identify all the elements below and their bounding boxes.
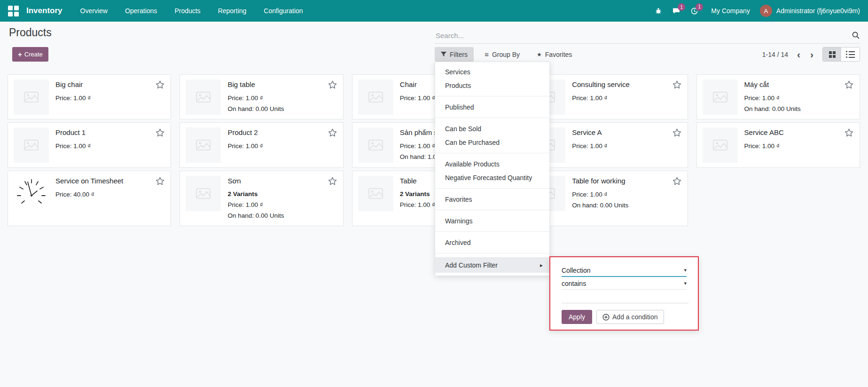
product-name[interactable]: Máy cắt — [744, 80, 801, 89]
product-card[interactable]: Service ABC Price: 1.00 ₫ — [696, 122, 860, 168]
list-view-button[interactable] — [841, 47, 860, 61]
company-switcher[interactable]: My Company — [711, 7, 750, 15]
product-name[interactable]: Service A — [572, 128, 607, 137]
funnel-icon — [441, 52, 446, 57]
product-card-body: Sản phẩm s Price: 1.00 ₫ On hand: 1.0 — [400, 127, 438, 163]
product-onhand: On hand: 1.0 — [400, 151, 438, 162]
favorite-star-icon[interactable] — [844, 128, 854, 137]
favorites-star-icon: ★ — [537, 52, 542, 57]
apply-button[interactable]: Apply — [562, 310, 592, 324]
product-card[interactable]: Big table Price: 1.00 ₫ On hand: 0.00 Un… — [180, 74, 343, 119]
menu-divider — [435, 153, 549, 153]
group-by-button[interactable]: ≡ Group By — [478, 47, 526, 62]
favorite-star-icon[interactable] — [844, 80, 854, 89]
image-placeholder-icon — [358, 127, 393, 163]
favorite-star-icon[interactable] — [328, 128, 337, 137]
top-navbar: Inventory OverviewOperationsProductsRepo… — [0, 0, 868, 22]
avatar[interactable]: A — [760, 5, 772, 17]
product-price: Price: 1.00 ₫ — [227, 93, 284, 103]
nav-menu-overview[interactable]: Overview — [80, 7, 108, 15]
user-menu[interactable]: A Administrator (fj6nyue0vi9m) — [760, 5, 860, 17]
favorite-star-icon[interactable] — [155, 80, 165, 89]
product-name[interactable]: Table for working — [572, 176, 628, 186]
favorite-star-icon[interactable] — [155, 176, 165, 186]
messages-icon[interactable]: 1 — [672, 7, 680, 15]
filter-option-warnings[interactable]: Warnings — [435, 214, 549, 228]
product-name[interactable]: Big chair — [55, 80, 91, 89]
product-name[interactable]: Product 1 — [55, 128, 91, 137]
product-name[interactable]: Service ABC — [744, 128, 784, 137]
product-price: Price: 1.00 ₫ — [572, 141, 607, 151]
filter-value-input[interactable] — [562, 291, 688, 303]
product-card[interactable]: Product 2 Price: 1.00 ₫ — [180, 122, 343, 168]
image-placeholder-icon — [186, 79, 221, 115]
filter-option-available-products[interactable]: Available Products — [435, 157, 549, 171]
product-card-body: Service A Price: 1.00 ₫ — [572, 127, 607, 163]
product-price: Price: 1.00 ₫ — [227, 141, 263, 151]
kanban-view-button[interactable] — [823, 47, 841, 61]
product-name[interactable]: Product 2 — [227, 128, 263, 137]
page-title: Products — [9, 26, 52, 39]
product-card-body: Chair Price: 1.00 ₫ — [400, 79, 435, 114]
search-input[interactable] — [435, 31, 852, 40]
nav-menu-products[interactable]: Products — [174, 7, 200, 15]
product-card[interactable]: Máy cắt Price: 1.00 ₫ On hand: 0.00 Unit… — [696, 74, 860, 119]
filter-option-favorites[interactable]: Favorites — [435, 192, 549, 206]
product-name[interactable]: Sản phẩm s — [400, 128, 438, 137]
filter-option-published[interactable]: Published — [435, 100, 549, 114]
search-icon[interactable] — [852, 31, 860, 39]
submenu-arrow-icon: ▸ — [540, 262, 543, 269]
product-name[interactable]: Service on Timesheet — [55, 176, 123, 186]
favorite-star-icon[interactable] — [672, 176, 682, 186]
product-image — [186, 127, 221, 163]
pager-range: 1-14 / 14 — [762, 51, 788, 58]
product-card[interactable]: Big chair Price: 1.00 ₫ — [8, 74, 171, 119]
product-name[interactable]: Table — [400, 176, 435, 186]
product-image — [703, 127, 738, 163]
filter-option-can-be-purchased[interactable]: Can be Purchased — [435, 135, 549, 149]
image-placeholder-icon — [186, 176, 221, 211]
favorite-star-icon[interactable] — [672, 80, 682, 89]
nav-menu-operations[interactable]: Operations — [125, 7, 157, 15]
pager-prev-icon[interactable]: ‹ — [796, 49, 801, 59]
product-name[interactable]: Consulting service — [572, 80, 630, 89]
filter-option-negative-forecasted-quantity[interactable]: Negative Forecasted Quantity — [435, 171, 549, 184]
product-name[interactable]: Chair — [400, 80, 435, 89]
product-card[interactable]: Product 1 Price: 1.00 ₫ — [8, 122, 171, 168]
product-price: Price: 1.00 ₫ — [400, 199, 435, 210]
debug-bug-icon[interactable] — [655, 7, 662, 15]
favorite-star-icon[interactable] — [328, 176, 337, 186]
filter-operator-select[interactable]: contains ▾ — [562, 277, 687, 290]
product-name[interactable]: Sơn — [227, 176, 284, 186]
filter-option-archived[interactable]: Archived — [435, 236, 549, 249]
product-name[interactable]: Big table — [227, 80, 284, 89]
filter-option-products[interactable]: Products — [435, 79, 549, 92]
product-card[interactable]: Sơn 2 Variants Price: 1.00 ₫ On hand: 0.… — [180, 171, 343, 226]
filter-option-can-be-sold[interactable]: Can be Sold — [435, 122, 549, 135]
apps-menu-icon[interactable] — [8, 6, 19, 16]
create-button[interactable]: + Create — [12, 47, 48, 62]
filter-field-select[interactable]: Collection ▾ — [562, 264, 687, 277]
pager-next-icon[interactable]: › — [809, 49, 814, 59]
app-name[interactable]: Inventory — [26, 6, 63, 16]
custom-filter-actions: Apply Add a condition — [562, 310, 687, 324]
filters-button[interactable]: Filters — [435, 47, 474, 62]
add-custom-filter-item[interactable]: Add Custom Filter ▸ — [435, 257, 549, 273]
add-custom-filter-label: Add Custom Filter — [445, 261, 498, 269]
product-price: Price: 1.00 ₫ — [55, 93, 91, 103]
favorite-star-icon[interactable] — [155, 128, 165, 137]
nav-menu-reporting[interactable]: Reporting — [218, 7, 247, 15]
menu-divider — [435, 210, 549, 210]
nav-menu-configuration[interactable]: Configuration — [264, 7, 303, 15]
filter-option-services[interactable]: Services — [435, 65, 549, 79]
navbar-right: 1 1 My Company A Administrator (fj6nyue0… — [655, 5, 860, 17]
product-card[interactable]: Service on Timesheet Price: 40.00 ₫ — [8, 171, 171, 226]
favorites-button[interactable]: ★ Favorites — [531, 47, 578, 62]
activities-clock-icon[interactable]: 1 — [690, 7, 698, 15]
product-card-body: Product 2 Price: 1.00 ₫ — [227, 127, 263, 163]
add-condition-button[interactable]: Add a condition — [596, 310, 664, 324]
menu-divider — [435, 231, 549, 232]
favorite-star-icon[interactable] — [328, 80, 337, 89]
product-price: Price: 1.00 ₫ — [400, 141, 438, 151]
favorite-star-icon[interactable] — [672, 128, 682, 137]
